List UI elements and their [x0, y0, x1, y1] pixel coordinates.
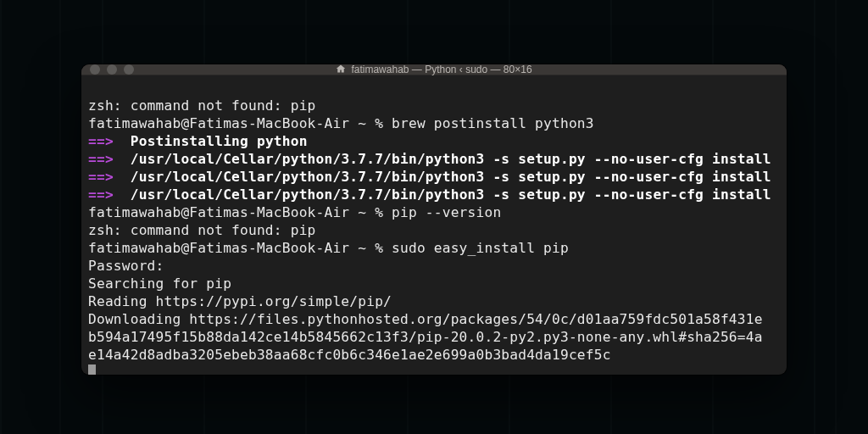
- output-line: Downloading https://files.pythonhosted.o…: [88, 311, 763, 327]
- bg-crease: [835, 0, 837, 434]
- window-title-text: fatimawahab — Python ‹ sudo — 80×16: [351, 64, 531, 75]
- output-line: Searching for pip: [88, 275, 231, 292]
- output-line: e14a42d8adba3205ebeb38aa68cfc0b6c346e1ae…: [88, 347, 611, 363]
- cursor: [88, 364, 96, 375]
- output-line: b594a17495f15b88da142ce14b5845662c13f3/p…: [88, 329, 763, 345]
- output-line: fatimawahab@Fatimas-MacBook-Air ~ % sudo…: [88, 240, 569, 256]
- window-title: fatimawahab — Python ‹ sudo — 80×16: [81, 64, 787, 76]
- output-line: Reading https://pypi.org/simple/pip/: [88, 293, 392, 309]
- output-line: fatimawahab@Fatimas-MacBook-Air ~ % pip …: [88, 204, 501, 220]
- brew-arrow-icon: ==>: [88, 151, 114, 167]
- output-line: Password:: [88, 258, 164, 274]
- brew-step: /usr/local/Cellar/python/3.7.7/bin/pytho…: [131, 169, 771, 185]
- output-line: zsh: command not found: pip: [88, 97, 316, 114]
- titlebar[interactable]: fatimawahab — Python ‹ sudo — 80×16: [81, 64, 787, 75]
- brew-arrow-icon: ==>: [88, 133, 114, 149]
- brew-step: /usr/local/Cellar/python/3.7.7/bin/pytho…: [131, 151, 771, 167]
- bg-crease: [59, 0, 61, 434]
- output-line: fatimawahab@Fatimas-MacBook-Air ~ % brew…: [88, 115, 594, 131]
- brew-arrow-icon: ==>: [88, 186, 114, 203]
- output-line: zsh: command not found: pip: [88, 222, 316, 238]
- terminal-window: fatimawahab — Python ‹ sudo — 80×16 zsh:…: [81, 64, 787, 375]
- brew-heading: Postinstalling python: [131, 133, 308, 149]
- home-icon: [336, 64, 346, 76]
- terminal-output[interactable]: zsh: command not found: pip fatimawahab@…: [81, 75, 787, 375]
- brew-arrow-icon: ==>: [88, 169, 114, 185]
- brew-step: /usr/local/Cellar/python/3.7.7/bin/pytho…: [131, 186, 771, 203]
